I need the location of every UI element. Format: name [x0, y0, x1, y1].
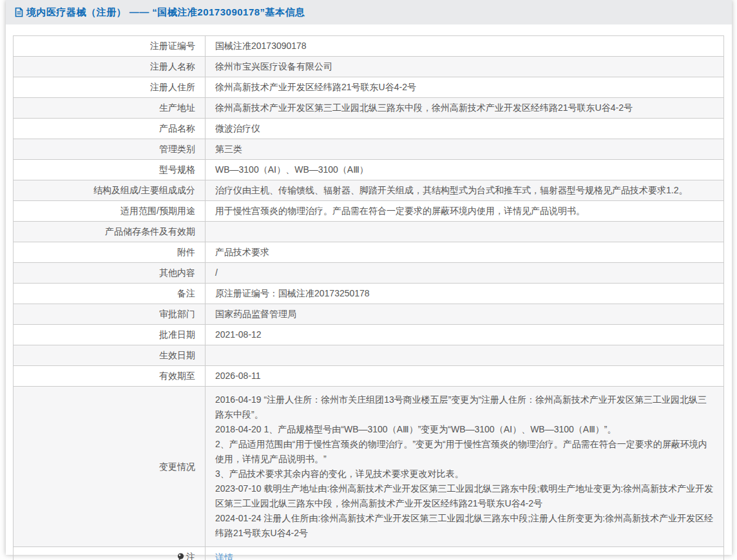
- registration-info-table: 注册证编号国械注准20173090178注册人名称徐州市宝兴医疗设备有限公司注册…: [13, 35, 724, 560]
- field-value: 微波治疗仪: [206, 119, 724, 139]
- table-row: 备注原注册证编号：国械注准20173250178: [14, 284, 724, 304]
- field-label: 生产地址: [14, 98, 206, 119]
- field-label: 适用范围/预期用途: [14, 201, 206, 222]
- field-label: 审批部门: [14, 304, 206, 325]
- field-value: 国械注准20173090178: [206, 36, 724, 57]
- field-value: 2016-04-19 “注册人住所：徐州市关庄组团13号商业楼五层”变更为“注册…: [206, 387, 724, 547]
- table-row: 注册证编号国械注准20173090178: [14, 36, 724, 57]
- table-row: 批准日期2021-08-12: [14, 325, 724, 345]
- document-icon: [14, 7, 24, 17]
- field-value: 治疗仪由主机、传输馈线、辐射器、脚踏开关组成，其结构型式为台式和推车式，辐射器型…: [206, 180, 724, 201]
- detail-link[interactable]: 详情: [215, 552, 233, 560]
- page-title: 境内医疗器械（注册） —— “国械注准20173090178”基本信息: [26, 6, 305, 19]
- field-value: 第三类: [206, 139, 724, 160]
- table-row: 产品名称微波治疗仪: [14, 119, 724, 139]
- field-value: 详情: [206, 547, 724, 560]
- table-row: 其他内容/: [14, 263, 724, 284]
- field-label: 其他内容: [14, 263, 206, 284]
- info-table-body: 注册证编号国械注准20173090178注册人名称徐州市宝兴医疗设备有限公司注册…: [14, 36, 724, 560]
- field-label: 注: [14, 547, 206, 560]
- field-value: 徐州市宝兴医疗设备有限公司: [206, 57, 724, 77]
- table-row: 型号规格WB—3100（AⅠ）、WB—3100（AⅢ）: [14, 160, 724, 180]
- field-label: 批准日期: [14, 325, 206, 345]
- field-label: 注册人住所: [14, 77, 206, 98]
- field-value: [206, 345, 724, 366]
- field-label: 注册人名称: [14, 57, 206, 77]
- field-label: 结构及组成/主要组成成分: [14, 180, 206, 201]
- table-row: 变更情况2016-04-19 “注册人住所：徐州市关庄组团13号商业楼五层”变更…: [14, 387, 724, 547]
- table-row: 注详情: [14, 547, 724, 560]
- field-value: 产品技术要求: [206, 242, 724, 263]
- table-row: 审批部门国家药品监督管理局: [14, 304, 724, 325]
- table-row: 结构及组成/主要组成成分治疗仪由主机、传输馈线、辐射器、脚踏开关组成，其结构型式…: [14, 180, 724, 201]
- field-value: 用于慢性宫颈炎的物理治疗。产品需在符合一定要求的屏蔽环境内使用，详情见产品说明书…: [206, 201, 724, 222]
- field-label: 附件: [14, 242, 206, 263]
- field-value: 原注册证编号：国械注准20173250178: [206, 284, 724, 304]
- field-value: 2026-08-11: [206, 366, 724, 387]
- field-value: 2021-08-12: [206, 325, 724, 345]
- field-label: 型号规格: [14, 160, 206, 180]
- field-value: WB—3100（AⅠ）、WB—3100（AⅢ）: [206, 160, 724, 180]
- field-label: 管理类别: [14, 139, 206, 160]
- table-row: 有效期至2026-08-11: [14, 366, 724, 387]
- table-row: 产品储存条件及有效期: [14, 222, 724, 242]
- table-row: 管理类别第三类: [14, 139, 724, 160]
- table-row: 生产地址徐州高新技术产业开发区第三工业园北纵三路东中段，徐州高新技术产业开发区经…: [14, 98, 724, 119]
- field-label: 注册证编号: [14, 36, 206, 57]
- field-label: 有效期至: [14, 366, 206, 387]
- field-value: 徐州高新技术产业开发区经纬路21号联东U谷4-2号: [206, 77, 724, 98]
- content-panel: 境内医疗器械（注册） —— “国械注准20173090178”基本信息 注册证编…: [6, 0, 732, 555]
- field-label: 生效日期: [14, 345, 206, 366]
- table-row: 注册人名称徐州市宝兴医疗设备有限公司: [14, 57, 724, 77]
- field-value: /: [206, 263, 724, 284]
- field-value: [206, 222, 724, 242]
- table-row: 注册人住所徐州高新技术产业开发区经纬路21号联东U谷4-2号: [14, 77, 724, 98]
- table-row: 附件产品技术要求: [14, 242, 724, 263]
- field-label: 产品储存条件及有效期: [14, 222, 206, 242]
- page-header: 境内医疗器械（注册） —— “国械注准20173090178”基本信息: [6, 0, 732, 24]
- field-label: 产品名称: [14, 119, 206, 139]
- field-label: 备注: [14, 284, 206, 304]
- table-row: 适用范围/预期用途用于慢性宫颈炎的物理治疗。产品需在符合一定要求的屏蔽环境内使用…: [14, 201, 724, 222]
- table-row: 生效日期: [14, 345, 724, 366]
- field-label: 变更情况: [14, 387, 206, 547]
- field-value: 国家药品监督管理局: [206, 304, 724, 325]
- field-value: 徐州高新技术产业开发区第三工业园北纵三路东中段，徐州高新技术产业开发区经纬路21…: [206, 98, 724, 119]
- bulb-icon: [177, 552, 185, 560]
